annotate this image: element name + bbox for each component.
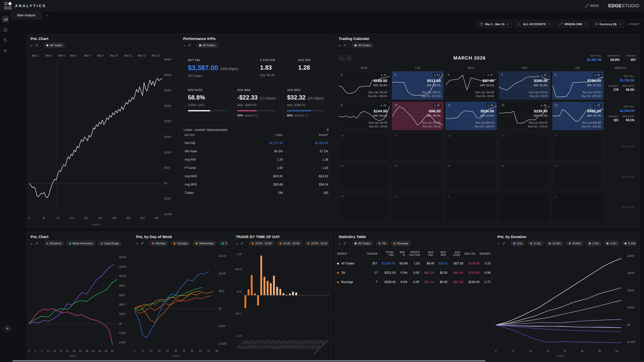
filter-chip[interactable]: 5-15s	[527, 241, 544, 246]
calendar-day-cell[interactable]: 427$97.00WR: 59.3%Run Up 154.00Run Dn -3…	[446, 71, 497, 100]
stats-header-cell[interactable]: AVG P&L	[422, 249, 435, 259]
stats-header-cell[interactable]: SHARPE	[477, 249, 493, 259]
calendar-day-cell[interactable]: 232$188.50WR: 59.4%Run Up 195.00Run Dn -…	[339, 71, 390, 100]
stats-header-cell[interactable]: MAX DD	[462, 249, 477, 259]
edit-widget-button[interactable]	[240, 242, 244, 245]
svg-text:72: 72	[207, 350, 210, 352]
day-run-up: Run Up 375.00	[529, 91, 548, 94]
calendar-day-cell[interactable]: 536$286.00WR: 58.3%Run Up 375.00Run Dn -…	[499, 71, 550, 100]
stats-header-cell[interactable]: PROFIT FACTOR	[407, 249, 422, 259]
currency-filter[interactable]: $ Currency ($)	[593, 21, 624, 28]
panel-title: PnL Chart	[30, 36, 175, 41]
edit-widget-button[interactable]	[141, 242, 144, 245]
reset-label: RESET	[630, 23, 640, 26]
sidebar-item-settings[interactable]: ⚙	[2, 47, 9, 54]
filter-chip[interactable]: 15:45 - 16:00	[277, 241, 303, 246]
filter-chip[interactable]: All Trades	[352, 241, 374, 246]
date-range-filter[interactable]: Mar 1 - Mar 14	[477, 21, 512, 28]
tab-main-analysis[interactable]: Main Analysis	[11, 12, 42, 19]
filter-chip[interactable]: All Trades	[352, 42, 374, 48]
sidebar-item-tags[interactable]	[2, 37, 9, 44]
floating-badge[interactable]: N	[4, 325, 11, 332]
info-icon[interactable]: i	[305, 114, 308, 117]
stats-header-cell[interactable]: TRADES	[364, 249, 380, 259]
filter-chip[interactable]: 15:30 - 15:45	[249, 241, 275, 246]
sidebar-item-journal[interactable]	[2, 26, 9, 33]
filter-chip[interactable]: 5-10m	[622, 241, 636, 246]
calendar-summary-stat: TRADES357	[626, 55, 636, 62]
filter-chip[interactable]: SuperScalp	[98, 241, 122, 246]
svg-text:304: 304	[140, 217, 145, 219]
stats-table-row[interactable]: Tilt17-$701.000.0%0.00-$41.24$0.00-$41.2…	[335, 268, 493, 278]
stats-header-cell[interactable]: SERIES^	[335, 249, 364, 259]
add-widget-button[interactable]: +	[136, 242, 138, 245]
filter-chip[interactable]: 15-30s	[546, 241, 564, 246]
edit-widget-button[interactable]	[35, 242, 38, 245]
filter-chip[interactable]: Breakout	[44, 241, 64, 246]
filter-chip[interactable]: 30-60s	[566, 241, 584, 246]
filter-chip[interactable]: 1-2m	[586, 241, 602, 246]
add-widget-button[interactable]: +	[30, 242, 33, 245]
svg-text:$600: $600	[119, 294, 125, 297]
reset-filters-button[interactable]: × RESET	[627, 23, 640, 26]
filter-chip[interactable]: All Trades	[196, 42, 218, 48]
add-widget-button[interactable]: +	[339, 43, 341, 47]
calendar-day-cell[interactable]: 929$144.50WR: 58.6%Run Up 149.50Run Dn -…	[339, 102, 390, 130]
accounts-filter[interactable]: ALL ACCOUNTS	[515, 21, 553, 28]
svg-text:$1400: $1400	[119, 256, 126, 259]
filter-chip[interactable]: All Trades	[44, 42, 65, 48]
series-name-cell: Tilt	[335, 268, 367, 277]
filter-chip[interactable]: Revenge	[391, 241, 411, 246]
calendar-day-cell[interactable]: 1133$826.00WR: 63.6%Run Up 866.50Run Dn …	[446, 102, 497, 130]
filter-chip[interactable]: Wednesday	[193, 241, 217, 246]
add-widget-button[interactable]: +	[236, 242, 238, 245]
panel-pnl-chart: PnL Chart + All Trades $4000$3500$3000$2…	[27, 34, 179, 228]
edit-widget-button[interactable]	[343, 44, 346, 47]
filter-chip[interactable]: Tuesday	[171, 241, 191, 246]
edit-widget-button[interactable]	[343, 242, 346, 245]
add-tab-button[interactable]: +	[42, 12, 52, 19]
filter-funnel-icon[interactable]	[326, 129, 329, 131]
edit-widget-button[interactable]	[502, 242, 505, 245]
filter-chip[interactable]: Thursday	[219, 241, 227, 246]
scrollbar-thumb[interactable]	[13, 360, 486, 361]
day-run-up: Run Up 195.00	[369, 91, 387, 94]
symbol-filter[interactable]: MNQH6.CME	[556, 21, 590, 28]
add-widget-button[interactable]: +	[30, 43, 33, 47]
edit-widget-button[interactable]	[35, 44, 38, 47]
add-widget-button[interactable]: +	[183, 43, 185, 47]
trade-count-badge: 33	[486, 104, 495, 107]
svg-text:32: 32	[166, 350, 169, 352]
calendar-day-cell[interactable]: 341$512.50WR: 58.5%Run Up 588.00Run Dn -…	[392, 71, 443, 100]
calendar-day-cell[interactable]: 1239$238.50WR: 61.5%Run Up 259.00Run Dn …	[499, 102, 550, 130]
calendar-day-cell[interactable]: 640$708.50WR: 57.5%Run Up 720.50Run Dn -…	[552, 71, 603, 100]
stats-header-cell[interactable]: WIN %	[396, 249, 407, 259]
filter-chip[interactable]: 2-5m	[604, 241, 620, 246]
stats-table-row[interactable]: All Trades357$3,387.0058.8%1.83$9.49$35.…	[335, 259, 493, 268]
stats-table-row[interactable]: Revenge7-$190.000.0%0.00-$27.14$0.00-$27…	[335, 278, 493, 287]
calendar-day-cell[interactable]: 1045-$96.50WR: 48.9%Run Up 117.00Run Dn …	[392, 102, 443, 130]
stats-header-cell[interactable]: AVG WIN	[435, 249, 448, 259]
filter-chip[interactable]: 16:00 - 16:15	[304, 241, 329, 246]
calendar-day-cell[interactable]: 1335$482.00WR: 65.7%Run Up 508.50Run Dn …	[552, 102, 603, 130]
filter-chip[interactable]: 0-5s	[510, 241, 525, 246]
calendar-next-button[interactable]: ›	[346, 55, 352, 61]
calendar-prev-button[interactable]: ‹	[339, 55, 345, 61]
add-widget-button[interactable]: +	[497, 242, 500, 245]
info-icon[interactable]: i	[255, 114, 258, 117]
svg-text:190: 190	[98, 217, 102, 219]
calendar-week-row: 232$188.50WR: 59.4%Run Up 195.00Run Dn -…	[339, 71, 636, 100]
filter-chip[interactable]: Mean Reversion	[66, 241, 96, 246]
trade-count-badge: 35	[593, 104, 601, 107]
filter-chip[interactable]: Monday	[149, 241, 169, 246]
wide-toggle-button[interactable]: WIDE	[585, 4, 599, 8]
sidebar-item-charts[interactable]	[2, 16, 9, 23]
series-dot-icon	[337, 281, 339, 283]
add-widget-button[interactable]: +	[339, 242, 341, 245]
edit-widget-button[interactable]	[188, 44, 191, 47]
day-run-down: Run Dn -158.50	[368, 95, 387, 98]
stats-header-cell[interactable]: AVG LOSS	[448, 249, 462, 259]
filter-chip[interactable]: Tilt	[376, 241, 389, 246]
gear-icon: ⚙	[4, 49, 7, 53]
stats-header-cell[interactable]: TOTAL P&L	[380, 249, 396, 259]
